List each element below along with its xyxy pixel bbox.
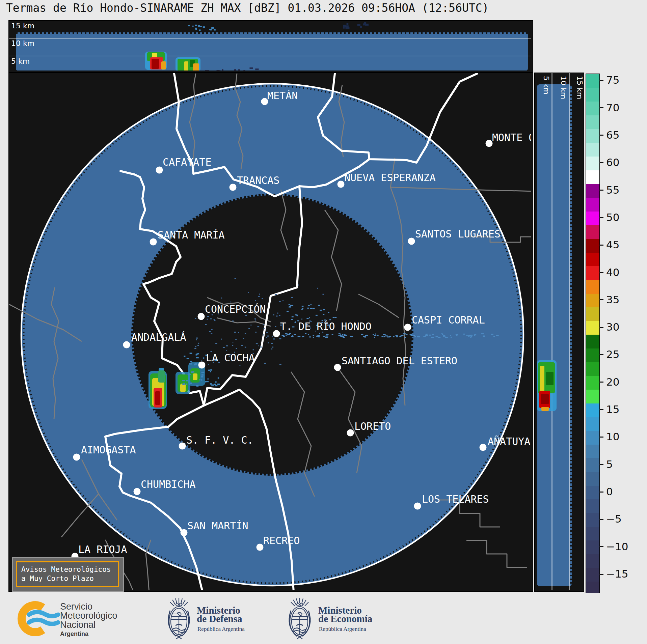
echo-speckle (198, 343, 199, 344)
city-label: T. DE RÍO HONDO (280, 320, 372, 332)
echo-speckle (238, 332, 239, 333)
echo-speckle (387, 336, 390, 337)
echo-speckle (312, 308, 315, 309)
echo-speckle (291, 336, 293, 337)
echo-speckle (298, 284, 299, 285)
altitude-label-15km: 15 km (11, 22, 34, 30)
echo-speckle (255, 332, 257, 333)
echo-speckle (200, 26, 202, 27)
echo-speckle (375, 334, 376, 335)
colorbar-segment (586, 253, 599, 267)
echo-speckle (248, 328, 250, 329)
echo-speckle (339, 333, 340, 334)
echo-speckle (365, 337, 366, 338)
echo-speckle (374, 335, 376, 336)
storm-echo (155, 391, 160, 405)
economia-shield-icon (289, 598, 310, 639)
colorbar-segment (586, 88, 599, 102)
defensa-shield-icon (168, 598, 189, 639)
echo-speckle (222, 69, 223, 71)
echo-speckle (323, 314, 324, 315)
echo-speckle (195, 28, 197, 29)
city-label: LA COCHA (206, 352, 255, 364)
colorbar-tick-mark (599, 327, 603, 328)
echo-speckle (308, 334, 309, 335)
echo-speckle (383, 336, 385, 337)
echo-speckle (404, 337, 406, 338)
storm-echo (152, 59, 159, 69)
echo-speckle (186, 384, 187, 385)
colorbar-tick-label: 40 (606, 266, 619, 278)
colorbar-tick-label: −15 (606, 568, 628, 580)
city-dot (156, 167, 163, 174)
echo-speckle (238, 69, 240, 71)
warning-line-1: Avisos Meteorológicos (21, 565, 118, 574)
altitude-label-5km: 5 km (11, 58, 30, 65)
city-label: CASPI CORRAL (412, 314, 485, 326)
echo-speckle (203, 357, 204, 359)
echo-speckle (195, 318, 196, 319)
echo-speckle (256, 343, 258, 344)
echo-speckle (308, 305, 310, 306)
echo-speckle (283, 336, 285, 337)
echo-speckle (343, 27, 345, 29)
colorbar-segment (586, 266, 599, 280)
city-dot (198, 362, 206, 369)
warning-box-inner: Avisos Meteorológicos a Muy Corto Plazo (16, 561, 119, 587)
echo-speckle (466, 335, 468, 336)
city-dot (414, 503, 421, 510)
colorbar-tick-mark (599, 190, 603, 191)
colorbar-tick-mark (599, 299, 603, 300)
colorbar-segment (586, 102, 599, 115)
echo-speckle (310, 308, 312, 309)
echo-speckle (277, 313, 278, 314)
echo-speckle (396, 335, 398, 336)
colorbar-segment (586, 513, 599, 527)
colorbar-tick-mark (599, 135, 603, 136)
echo-speckle (198, 25, 200, 27)
echo-speckle (414, 336, 416, 337)
echo-speckle (223, 347, 225, 348)
colorbar-tick-mark (599, 492, 603, 493)
colorbar-tick-label: 5 (606, 458, 613, 470)
altitude-label-15km-vertical: 15 km (576, 76, 583, 99)
echo-speckle (474, 335, 475, 336)
city-label: MONTE QUEMADO (492, 132, 531, 143)
echo-speckle (221, 298, 222, 299)
storm-echo (184, 61, 188, 71)
echo-speckle (254, 318, 256, 319)
cross-section-top-plot (9, 21, 531, 71)
echo-speckle (243, 70, 245, 71)
echo-speckle (469, 335, 471, 336)
echo-speckle (211, 27, 214, 29)
city-dot (273, 330, 280, 337)
echo-speckle (292, 316, 294, 317)
echo-speckle (413, 335, 415, 336)
echo-speckle (309, 336, 311, 337)
echo-speckle (441, 333, 442, 334)
city-label: SANTOS LUGARES (415, 228, 501, 240)
echo-speckle (298, 336, 301, 337)
colorbar-segment (586, 554, 599, 568)
cross-section-right-panel: 5 km 10 km 15 km (534, 73, 584, 592)
smn-name: Servicio Meteorológico Nacional Argentin… (60, 602, 117, 639)
colorbar-segment (586, 280, 599, 294)
colorbar-tick-mark (599, 272, 603, 273)
echo-speckle (188, 374, 191, 375)
echo-speckle (302, 308, 303, 309)
echo-speckle (406, 334, 408, 335)
echo-speckle (245, 315, 247, 316)
echo-speckle (401, 335, 404, 336)
colorbar-segment (586, 540, 599, 554)
warning-box: Avisos Meteorológicos a Muy Corto Plazo (12, 557, 124, 592)
echo-speckle (471, 335, 473, 336)
colorbar-segment (586, 527, 599, 541)
echo-speckle (255, 68, 259, 70)
echo-speckle (365, 335, 368, 336)
echo-speckle (210, 318, 212, 319)
echo-speckle (325, 337, 328, 338)
echo-speckle (332, 334, 333, 335)
echo-speckle (301, 318, 302, 319)
colorbar-segment (586, 74, 599, 88)
echo-speckle (399, 336, 401, 337)
